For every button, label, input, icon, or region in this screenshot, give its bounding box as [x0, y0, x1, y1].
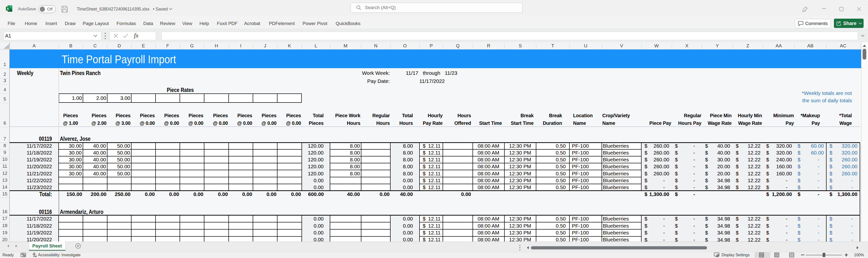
svg-text:X: X: [7, 7, 9, 10]
